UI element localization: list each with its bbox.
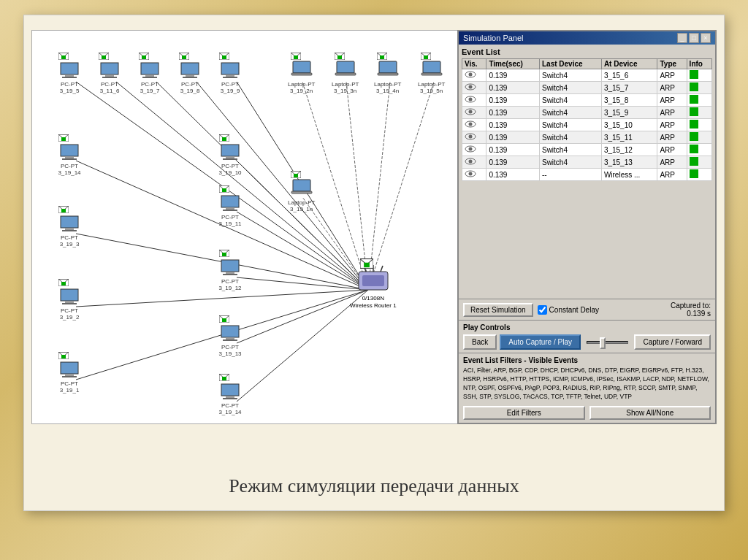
at-device-cell: 3_15_11 <box>601 131 657 144</box>
last-device-cell: Switch4 <box>539 131 601 144</box>
play-buttons-row: Back Auto Capture / Play Capture / Forwa… <box>463 334 711 350</box>
svg-rect-93 <box>223 340 237 341</box>
capture-forward-btn[interactable]: Capture / Forward <box>634 334 711 350</box>
svg-rect-107 <box>294 55 298 59</box>
sim-controls-row: Reset Simulation Constant Delay Captured… <box>459 299 715 320</box>
show-all-none-btn[interactable]: Show All/None <box>589 406 711 420</box>
col-at: At Device <box>601 59 657 69</box>
pc-node-14: PC-PT3_19_14 <box>218 381 242 416</box>
svg-rect-26 <box>105 74 114 77</box>
event-list-section: Event List Vis. Time(sec) Last Device At… <box>459 45 715 299</box>
col-last: Last Device <box>539 59 601 69</box>
back-btn[interactable]: Back <box>463 334 497 350</box>
time-cell: 0.139 <box>486 156 540 169</box>
svg-rect-98 <box>226 396 234 398</box>
time-cell: 0.139 <box>486 94 540 107</box>
router-node: 0/1308NWireless Router 1 <box>350 264 397 309</box>
vis-cell <box>462 107 486 119</box>
slider-track <box>587 341 628 344</box>
svg-rect-44 <box>226 74 234 77</box>
svg-rect-24 <box>61 55 66 59</box>
pc-node-11: PC-PT3_19_12 <box>218 257 242 292</box>
svg-rect-61 <box>61 216 78 228</box>
svg-rect-45 <box>223 77 237 78</box>
pc-node-12: PC-PT3_19_1 <box>58 359 81 394</box>
event-table: Vis. Time(sec) Last Device At Device Typ… <box>462 58 712 181</box>
svg-point-153 <box>469 172 473 176</box>
play-controls-label: Play Controls <box>463 323 711 331</box>
svg-rect-96 <box>222 318 226 322</box>
laptop-node-5: Laptop-PT3_19_1n <box>288 178 315 213</box>
info-cell <box>687 156 711 169</box>
svg-rect-85 <box>61 362 78 374</box>
pc-node-9: PC-PT3_19_11 <box>218 193 242 228</box>
type-cell: ARP <box>657 156 687 169</box>
svg-rect-21 <box>62 77 77 78</box>
pc-node-8: PC-PT3_19_3 <box>58 213 81 248</box>
network-area: PC-PT3_19_5 PC-PT3_11_6 PC-PT3_19_7 PC-P… <box>31 30 462 424</box>
constant-delay-checkbox[interactable] <box>538 305 547 315</box>
svg-rect-73 <box>61 289 78 301</box>
svg-line-132 <box>381 266 383 272</box>
svg-point-139 <box>469 85 473 89</box>
svg-rect-25 <box>101 63 118 74</box>
svg-rect-84 <box>222 253 226 256</box>
svg-rect-39 <box>183 77 197 78</box>
table-row: 0.139 Switch4 3_15_11 ARP <box>462 131 712 144</box>
last-device-cell: Switch4 <box>539 156 601 169</box>
last-device-cell: Switch4 <box>539 69 601 82</box>
laptop-node-4: Laptop-PT3_19_5n <box>418 60 445 95</box>
last-device-cell: Switch4 <box>539 144 601 156</box>
table-row: 0.139 Switch4 3_15_12 ARP <box>462 144 712 156</box>
svg-rect-114 <box>378 73 398 75</box>
sim-title-bar: Simulation Panel _ □ × <box>459 31 715 45</box>
svg-rect-54 <box>61 137 66 141</box>
svg-line-2 <box>156 82 368 290</box>
svg-rect-103 <box>293 61 310 73</box>
svg-rect-37 <box>181 63 199 74</box>
slider-thumb[interactable] <box>600 337 606 349</box>
table-row: 0.139 Switch4 3_15_13 ARP <box>462 156 712 169</box>
svg-line-10 <box>237 277 368 290</box>
info-cell <box>687 94 711 107</box>
maximize-btn[interactable]: □ <box>689 33 699 43</box>
col-info: Info <box>687 59 711 69</box>
svg-rect-63 <box>62 230 77 231</box>
svg-rect-72 <box>222 188 226 192</box>
svg-rect-30 <box>102 55 106 59</box>
edit-filters-btn[interactable]: Edit Filters <box>463 406 585 420</box>
col-vis: Vis. <box>462 59 486 69</box>
last-device-cell: Switch4 <box>539 107 601 119</box>
svg-point-141 <box>469 98 473 101</box>
svg-point-149 <box>469 147 473 151</box>
pc-node-6: PC-PT3_19_14 <box>58 142 81 177</box>
pc-node-4: PC-PT3_19_8 <box>178 60 202 95</box>
type-cell: ARP <box>657 119 687 131</box>
at-device-cell: 3_15_8 <box>601 94 657 107</box>
svg-rect-87 <box>62 376 77 377</box>
svg-rect-43 <box>221 63 239 74</box>
last-device-cell: -- <box>539 169 601 181</box>
type-cell: ARP <box>657 169 687 181</box>
info-cell <box>687 169 711 181</box>
minimize-btn[interactable]: _ <box>677 33 687 43</box>
last-device-cell: Switch4 <box>539 82 601 94</box>
svg-rect-108 <box>337 61 354 73</box>
type-cell: ARP <box>657 82 687 94</box>
auto-capture-btn[interactable]: Auto Capture / Play <box>500 334 581 350</box>
svg-line-12 <box>237 290 368 343</box>
reset-simulation-btn[interactable]: Reset Simulation <box>463 303 533 317</box>
pc-node-2: PC-PT3_11_6 <box>98 60 121 95</box>
sim-title: Simulation Panel <box>463 34 524 42</box>
info-cell <box>687 107 711 119</box>
svg-rect-50 <box>65 156 74 158</box>
close-btn[interactable]: × <box>701 33 711 43</box>
vis-cell <box>462 82 486 94</box>
table-row: 0.139 Switch4 3_15_9 ARP <box>462 107 712 119</box>
col-type: Type <box>657 59 687 69</box>
info-cell <box>687 131 711 144</box>
svg-rect-112 <box>337 55 342 59</box>
vis-cell <box>462 94 486 107</box>
simulation-panel: Simulation Panel _ □ × Event List Vis. T… <box>457 30 717 424</box>
info-cell <box>687 69 711 82</box>
